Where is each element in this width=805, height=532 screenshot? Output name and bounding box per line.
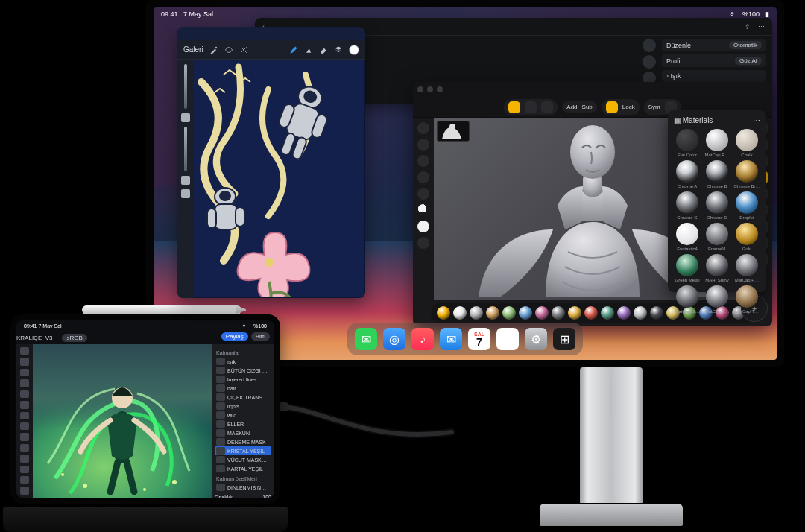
brush-preset[interactable] <box>470 306 483 320</box>
brush-preset[interactable] <box>502 306 516 320</box>
materials-popover[interactable]: ▦ Materials ⋯ Flat ColorMatCap R…ChalkCh… <box>668 110 766 292</box>
procreate-canvas[interactable] <box>194 60 364 297</box>
layer-row[interactable]: hair <box>215 384 271 393</box>
tool-icon[interactable] <box>20 455 29 462</box>
material-item[interactable]: Green Metal <box>674 254 701 282</box>
leftbar-icon[interactable] <box>417 188 429 200</box>
adjust-chip[interactable] <box>643 55 656 69</box>
material-item[interactable]: Droplet <box>733 191 760 220</box>
dock-app-safari[interactable]: ◎ <box>383 328 405 350</box>
dock[interactable]: ✉◎♪✉SAL7✿⚙⊞ <box>347 323 583 355</box>
eraser-icon[interactable] <box>319 45 328 54</box>
dock-app-photos[interactable]: ✿ <box>496 328 519 350</box>
leftbar-icon[interactable] <box>417 221 429 232</box>
layer-row[interactable]: KARTAL YEŞİL <box>215 464 271 473</box>
menu-icon[interactable]: ⋯ <box>758 23 765 31</box>
material-item[interactable]: Chrome A <box>674 160 701 189</box>
dock-app-calendar[interactable]: SAL7 <box>468 328 490 350</box>
prop-value[interactable]: Göz At <box>735 57 762 65</box>
layer-row[interactable]: DENEME MASK <box>215 437 271 446</box>
share-icon[interactable]: ⇪ <box>745 23 751 31</box>
brush-preset[interactable] <box>535 306 549 320</box>
brush-icon[interactable] <box>289 45 298 54</box>
layer-row[interactable]: ışık <box>215 357 271 366</box>
dock-app-widgets[interactable]: ⊞ <box>553 328 575 350</box>
layers-icon[interactable] <box>334 45 343 54</box>
brush-preset[interactable] <box>584 306 598 320</box>
tool-icon[interactable] <box>20 369 29 376</box>
ipad-canvas[interactable] <box>33 344 212 498</box>
material-item[interactable]: Chrome D <box>704 191 730 220</box>
layer-row[interactable]: KRİSTAL YEŞİL <box>215 446 271 455</box>
procreate-titlebar[interactable] <box>177 27 365 40</box>
prop-row[interactable]: Profil Göz At <box>662 54 766 67</box>
materials-menu-icon[interactable]: ⋯ <box>753 116 760 124</box>
color-profile-badge[interactable]: sRGB <box>62 334 86 342</box>
tool-icon[interactable] <box>20 444 29 452</box>
tool-icon[interactable] <box>20 487 29 494</box>
tool-icon[interactable] <box>20 401 29 408</box>
leftbar-icon[interactable] <box>417 171 429 183</box>
material-item[interactable]: Frame01 <box>704 223 730 251</box>
adjust-icon[interactable] <box>239 45 248 54</box>
tool-icon[interactable] <box>20 466 29 473</box>
leftbar-icon[interactable] <box>417 139 429 151</box>
layer-row[interactable]: BÜTÜN ÇİZGİ MASK <box>215 366 271 375</box>
redo-icon[interactable] <box>181 189 190 198</box>
dock-app-settings[interactable]: ⚙ <box>525 328 547 350</box>
brush-preset[interactable] <box>650 306 663 320</box>
tool-icon[interactable] <box>20 433 29 440</box>
dock-app-mail[interactable]: ✉ <box>440 328 462 350</box>
material-item[interactable]: MatCap R… <box>704 129 730 157</box>
leftbar-icon[interactable] <box>417 155 429 167</box>
material-item[interactable]: MatCap T… <box>733 285 760 314</box>
material-item[interactable]: Chrome Br… <box>733 160 760 189</box>
layer-row[interactable]: MASKUN <box>215 428 271 437</box>
layer-row[interactable]: VÜCUT MASKESİ <box>215 455 271 464</box>
tool-icon[interactable] <box>20 347 29 355</box>
brush-preset[interactable] <box>617 306 631 320</box>
brush-size-slider[interactable] <box>184 64 187 109</box>
dock-app-music[interactable]: ♪ <box>411 328 434 350</box>
share-button[interactable]: Paylaş <box>221 332 248 341</box>
material-item[interactable]: Chrome B <box>704 160 730 189</box>
layer-row[interactable]: wild <box>215 411 271 419</box>
auto-button[interactable]: Otomatik <box>729 41 762 49</box>
layer-row[interactable]: ELLER <box>215 419 271 428</box>
layer-row[interactable]: lights <box>215 402 271 411</box>
brush-preset[interactable] <box>568 306 581 320</box>
leftbar-icon[interactable] <box>417 204 429 216</box>
opacity-row[interactable]: Opaklık 100 <box>215 495 271 498</box>
brush-preset[interactable] <box>437 306 450 320</box>
tool-icon[interactable] <box>20 412 29 419</box>
procreate-side-slider[interactable] <box>177 60 194 298</box>
material-item[interactable]: MatCap S… <box>704 285 730 314</box>
prop-row[interactable]: › Işık <box>662 70 766 82</box>
material-item[interactable]: Chalk <box>733 129 760 157</box>
layers-panel[interactable]: Katmanlar ışıkBÜTÜN ÇİZGİ MASKlayered li… <box>212 344 274 498</box>
tool-sub-icon[interactable] <box>525 101 537 113</box>
procreate-window[interactable]: Galeri <box>177 27 365 298</box>
layer-row[interactable]: layered lines <box>215 375 271 384</box>
gallery-button[interactable]: Galeri <box>183 45 203 54</box>
tool-icon[interactable] <box>20 422 29 430</box>
brush-preset[interactable] <box>552 306 565 320</box>
blend-mode-row[interactable]: DİNLENMİŞ NORMAL <box>215 483 271 492</box>
done-button[interactable]: Bitti <box>251 332 270 341</box>
material-item[interactable]: Gold <box>733 223 760 251</box>
adjust-chip[interactable] <box>643 39 656 52</box>
undo-icon[interactable] <box>181 176 190 185</box>
brush-preset[interactable] <box>519 306 532 320</box>
tool-group[interactable] <box>504 99 558 115</box>
color-swatch[interactable] <box>349 45 359 55</box>
material-item[interactable]: MatCap G… <box>674 285 701 314</box>
material-item[interactable]: MatCap P… <box>733 254 760 282</box>
tool-move-icon[interactable] <box>541 101 553 113</box>
brush-opacity-slider[interactable] <box>184 127 187 171</box>
brush-preset[interactable] <box>486 306 499 320</box>
tool-add-icon[interactable] <box>508 101 520 113</box>
layer-row[interactable]: ÇİÇEK TRANS <box>215 393 271 402</box>
tool-icon[interactable] <box>20 379 29 387</box>
window-controls[interactable] <box>417 86 443 92</box>
modifier-icon[interactable] <box>181 113 190 122</box>
